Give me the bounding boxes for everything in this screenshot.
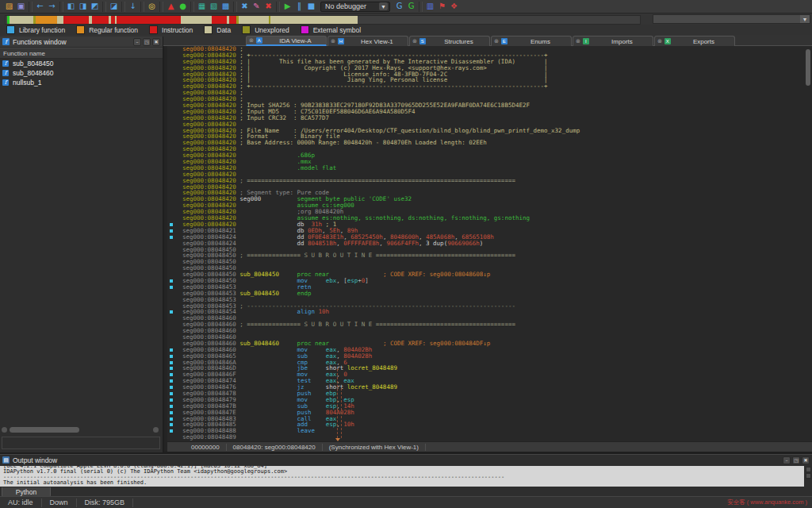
- navband-segment-tan[interactable]: [57, 16, 63, 24]
- disasm-line[interactable]: seg000:08048420 .model flat: [167, 165, 812, 171]
- close-button[interactable]: ✖: [802, 456, 810, 464]
- flow-chart-icon[interactable]: ▥: [425, 2, 435, 12]
- debug-new-icon[interactable]: G: [406, 2, 416, 12]
- disasm-line[interactable]: seg000:08048424 dd 804851Bh, 0FFFFAFE8h,…: [167, 241, 812, 247]
- function-list-item[interactable]: fsub_8048450: [0, 59, 163, 68]
- colorize-icon[interactable]: ✎: [251, 2, 262, 12]
- close-icon[interactable]: ⊗: [331, 38, 335, 44]
- disasm-line[interactable]: seg000:08048488 leave: [167, 428, 812, 434]
- tab-hex-view-1[interactable]: ⊗HHex View-1: [327, 36, 408, 46]
- minimize-button[interactable]: –: [133, 38, 141, 46]
- analysis-option-1-icon[interactable]: ▦: [197, 2, 207, 12]
- navband-segment-tan[interactable]: [270, 16, 358, 24]
- tab-enums[interactable]: ⊗EEnums: [491, 36, 572, 46]
- function-list-item[interactable]: fsub_8048460: [0, 68, 163, 78]
- chevron-down-icon[interactable]: ▼: [800, 15, 810, 23]
- nav-forward-icon[interactable]: →: [47, 2, 57, 12]
- tab-ida-view-a[interactable]: ⊗AIDA View-A: [246, 36, 327, 46]
- function-list-item[interactable]: fnullsub_1: [0, 78, 163, 87]
- navband-segment-red[interactable]: [63, 16, 89, 24]
- disasm-line[interactable]: seg000:08048420 ; Base Address: 0000h Ra…: [167, 140, 812, 146]
- navigation-band[interactable]: [5, 15, 641, 25]
- autoanalysis-indicator-icon[interactable]: ●: [178, 2, 188, 12]
- scroll-right-cap[interactable]: [153, 427, 159, 433]
- disasm-line[interactable]: seg000:08048453 sub_8048450 endp: [167, 291, 812, 297]
- function-list: fsub_8048450fsub_8048460fnullsub_1: [0, 59, 163, 87]
- instruction-dot-icon: [170, 411, 173, 414]
- jump-name-icon[interactable]: ◧: [66, 2, 76, 12]
- close-icon[interactable]: ⊗: [657, 38, 662, 44]
- disasm-line[interactable]: seg000:08048460 ; =============== S U B …: [167, 321, 812, 328]
- functions-hscrollbar[interactable]: [2, 426, 159, 433]
- open-file-icon[interactable]: ▨: [4, 2, 14, 12]
- legend-swatch: [76, 25, 85, 34]
- analysis-option-3-icon[interactable]: ▩: [220, 2, 231, 12]
- jump-function-icon[interactable]: ◩: [90, 2, 100, 12]
- navband-segment-tan[interactable]: [10, 16, 33, 24]
- scroll-left-cap[interactable]: [2, 427, 7, 433]
- navband-segment-tan[interactable]: [239, 16, 269, 24]
- tab-icon: A: [256, 37, 262, 44]
- navband-segment-orange[interactable]: [36, 16, 57, 24]
- pause-icon[interactable]: ‖: [294, 2, 304, 12]
- disasm-line[interactable]: seg000:08048420 ; ======================…: [167, 178, 812, 184]
- cancel-icon[interactable]: ✖: [263, 2, 274, 12]
- legend-swatch: [149, 25, 158, 34]
- minimize-button[interactable]: –: [783, 456, 791, 464]
- instruction-dot-icon: [170, 279, 173, 283]
- navband-segment-red[interactable]: [212, 16, 227, 24]
- attach-debugger-icon[interactable]: G: [394, 2, 404, 12]
- disasm-line[interactable]: seg000:08048450 ; =============== S U B …: [167, 252, 812, 259]
- disasm-line[interactable]: seg000:08048450: [167, 259, 812, 265]
- output-log[interactable]: [GCC 4.2.1 Compatible Apple LLVM 8.0.0 (…: [0, 466, 804, 487]
- nav-back-icon[interactable]: ←: [35, 2, 45, 12]
- disasm-line[interactable]: seg000:08048454 align 10h: [167, 309, 812, 315]
- jump-arrow-line: [337, 369, 338, 438]
- problems-icon[interactable]: ▲: [166, 2, 176, 12]
- chevron-down-icon[interactable]: ▼: [379, 2, 388, 10]
- output-scroll-rail[interactable]: [804, 466, 812, 487]
- disasm-vscrollbar[interactable]: [806, 49, 810, 86]
- close-icon[interactable]: ⊗: [412, 38, 417, 44]
- tab-exports[interactable]: ⊗XExports: [654, 36, 735, 46]
- legend-item: Unexplored: [242, 25, 289, 34]
- toolbar-icons-right: GG▥⚑❖: [393, 2, 460, 12]
- stop-icon[interactable]: ■: [306, 2, 316, 12]
- function-name-column-header[interactable]: Function name: [0, 48, 163, 59]
- functions-footer-strip: [2, 437, 160, 449]
- run-icon[interactable]: ▶: [282, 2, 293, 12]
- close-icon[interactable]: ⊗: [249, 37, 254, 44]
- toolbar-separator: [140, 2, 144, 12]
- scroll-thumb[interactable]: [10, 427, 79, 433]
- tab-imports[interactable]: ⊗IImports: [573, 36, 653, 46]
- navband-segment-tan[interactable]: [181, 16, 212, 24]
- close-icon[interactable]: ⊗: [494, 38, 499, 44]
- navband-range-select[interactable]: ▼: [653, 14, 810, 24]
- navband-segment-red[interactable]: [92, 16, 109, 24]
- toolbar-separator: [233, 2, 237, 12]
- close-button[interactable]: ✖: [152, 38, 160, 46]
- jump-entry-icon[interactable]: ↓: [128, 2, 138, 12]
- function-calls-icon[interactable]: ⚑: [437, 2, 447, 12]
- navband-segment-red[interactable]: [229, 16, 236, 24]
- search-icon[interactable]: ◎: [147, 2, 157, 12]
- instruction-dot-icon: [170, 373, 173, 376]
- tab-structures[interactable]: ⊗SStructures: [409, 36, 490, 46]
- jump-segment-icon[interactable]: ◪: [109, 2, 119, 12]
- disasm-line[interactable]: seg000:08048460: [167, 328, 812, 334]
- jump-address-icon[interactable]: ◨: [78, 2, 88, 12]
- save-file-icon[interactable]: ▣: [16, 2, 26, 12]
- legend-item: Data: [204, 25, 231, 34]
- float-button[interactable]: ◳: [792, 456, 800, 464]
- close-icon[interactable]: ⊗: [576, 38, 580, 44]
- debugger-select[interactable]: No debugger ▼: [320, 2, 390, 12]
- analysis-option-2-icon[interactable]: ▧: [209, 2, 219, 12]
- disasm-line[interactable]: seg000:08048489: [167, 434, 812, 441]
- cross-references-icon[interactable]: ✖: [239, 2, 250, 12]
- disasm-line[interactable]: seg000:08048420 ;: [167, 90, 812, 96]
- breakpoint-list-icon[interactable]: ❖: [449, 2, 459, 12]
- float-button[interactable]: ◳: [143, 38, 151, 46]
- disasm-line[interactable]: seg000:08048420 ; +---------------------…: [167, 83, 812, 90]
- disasm-line[interactable]: seg000:08048420 ; Input CRC32 : 8CA577D7: [167, 115, 812, 121]
- navband-segment-red[interactable]: [117, 16, 181, 24]
